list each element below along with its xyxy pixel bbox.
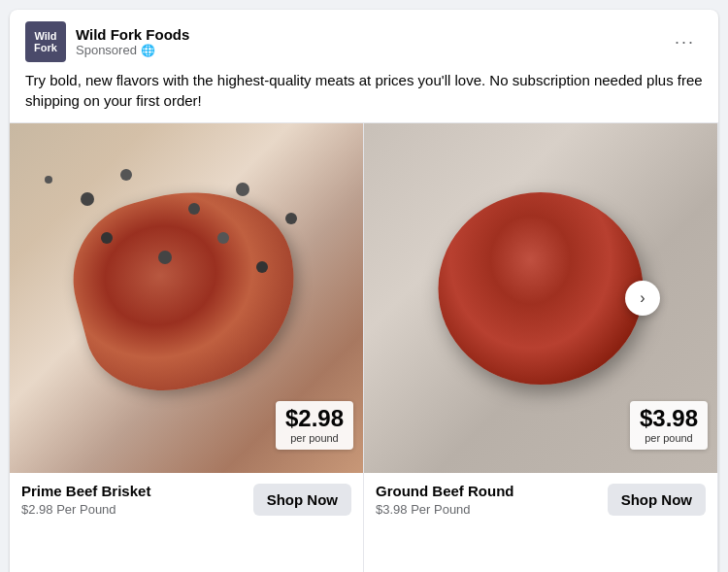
- more-options-button[interactable]: ···: [667, 28, 703, 56]
- brand-avatar[interactable]: WildFork: [25, 21, 66, 62]
- ground-beef-product-info: Ground Beef Round $3.98 Per Pound Shop N…: [364, 473, 717, 526]
- ad-header: WildFork Wild Fork Foods Sponsored 🌐 ···: [10, 10, 718, 70]
- brisket-shop-now-button[interactable]: Shop Now: [253, 484, 351, 516]
- ground-beef-price-label: $3.98 Per Pound: [376, 502, 514, 517]
- brisket-price-label: $2.98 Per Pound: [21, 502, 150, 517]
- ground-beef-price-unit: per pound: [640, 432, 698, 444]
- avatar-text: WildFork: [34, 30, 57, 53]
- globe-icon: 🌐: [141, 44, 155, 57]
- sponsored-row: Sponsored 🌐: [76, 43, 189, 57]
- sponsored-label: Sponsored: [76, 43, 137, 57]
- brisket-image-wrap: $2.98 per pound: [10, 123, 363, 473]
- ground-beef-product-name: Ground Beef Round: [376, 483, 514, 500]
- product-card-brisket: $2.98 per pound Prime Beef Brisket $2.98…: [10, 123, 364, 572]
- ad-card: WildFork Wild Fork Foods Sponsored 🌐 ···…: [10, 10, 718, 572]
- products-strip: $2.98 per pound Prime Beef Brisket $2.98…: [10, 122, 718, 572]
- ground-beef-price-amount: $3.98: [640, 407, 698, 430]
- brisket-name-wrap: Prime Beef Brisket $2.98 Per Pound: [21, 483, 150, 517]
- ground-beef-image-wrap: $3.98 per pound: [364, 123, 717, 473]
- brisket-product-name: Prime Beef Brisket: [21, 483, 150, 500]
- carousel-next-button[interactable]: ›: [625, 281, 660, 316]
- brisket-product-info: Prime Beef Brisket $2.98 Per Pound Shop …: [10, 473, 363, 526]
- brisket-price-unit: per pound: [285, 432, 344, 444]
- brand-name[interactable]: Wild Fork Foods: [76, 26, 189, 43]
- product-card-ground-beef: $3.98 per pound Ground Beef Round $3.98 …: [364, 123, 718, 572]
- brisket-price-badge: $2.98 per pound: [276, 401, 353, 450]
- brand-section: WildFork Wild Fork Foods Sponsored 🌐: [25, 21, 189, 62]
- brand-info: Wild Fork Foods Sponsored 🌐: [76, 26, 189, 57]
- ground-beef-name-wrap: Ground Beef Round $3.98 Per Pound: [376, 483, 514, 517]
- ground-beef-price-badge: $3.98 per pound: [630, 401, 708, 450]
- ground-beef-shop-now-button[interactable]: Shop Now: [608, 484, 706, 516]
- brisket-price-amount: $2.98: [285, 407, 344, 430]
- ad-body-text: Try bold, new flavors with the highest-q…: [10, 70, 718, 122]
